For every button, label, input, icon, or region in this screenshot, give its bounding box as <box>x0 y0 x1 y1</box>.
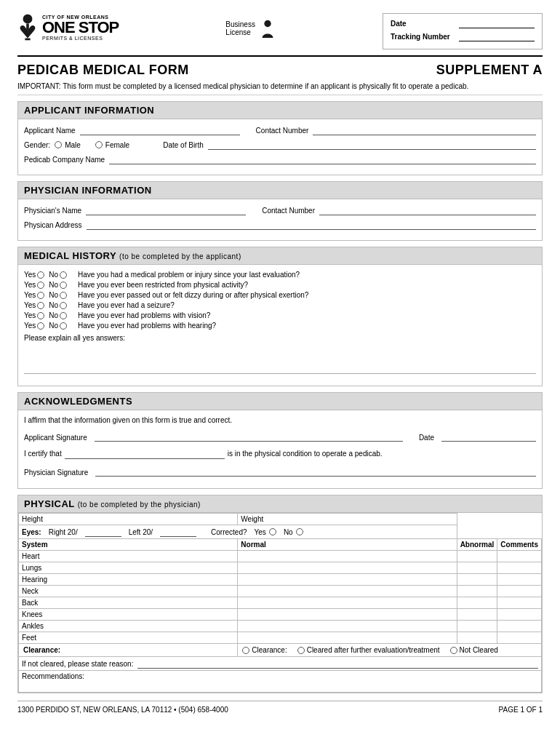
weight-label: Weight <box>241 515 263 523</box>
physical-section-body: Height Weight Eyes: Right 20/ Left 20/ C… <box>17 513 543 693</box>
header-right: Date Tracking Number <box>383 13 543 49</box>
physician-section-title: PHYSICIAN INFORMATION <box>24 185 152 196</box>
applicant-sig-field[interactable] <box>95 430 403 442</box>
yes-label-3: Yes <box>24 291 36 299</box>
mh-row-6: Yes No Have you ever had problems with h… <box>24 322 536 330</box>
no-radio-4[interactable] <box>60 302 67 309</box>
corrected-no-radio[interactable] <box>296 528 303 535</box>
height-label: Height <box>22 515 43 523</box>
explain-area[interactable] <box>24 345 536 374</box>
clearance-options-cell: Clearance: Cleared after further evaluat… <box>238 644 542 657</box>
right-eye-field[interactable] <box>85 527 121 537</box>
date-field[interactable] <box>459 18 535 28</box>
physician-contact-field[interactable] <box>319 205 536 215</box>
footer-page: PAGE 1 OF 1 <box>499 706 543 714</box>
not-cleared-reason-field[interactable] <box>137 658 538 669</box>
gender-label: Gender: <box>24 141 50 149</box>
header: CITY OF NEW ORLEANS ONE STOP PERMITS & L… <box>17 13 543 57</box>
yes-radio-2[interactable] <box>37 282 44 289</box>
physician-name-field[interactable] <box>86 205 246 215</box>
system-header-row: System Normal Abnormal Comments <box>19 539 542 551</box>
male-radio[interactable] <box>55 141 62 148</box>
comments-lungs[interactable] <box>497 562 542 574</box>
abnormal-neck[interactable] <box>457 586 497 597</box>
no-radio-6[interactable] <box>60 322 67 330</box>
yes-radio-4[interactable] <box>37 302 44 309</box>
comments-back[interactable] <box>497 597 542 609</box>
normal-hearing[interactable] <box>238 574 457 586</box>
physical-table: Height Weight Eyes: Right 20/ Left 20/ C… <box>18 513 542 693</box>
physician-address-row: Physican Address <box>24 220 536 230</box>
no-radio-2[interactable] <box>60 282 67 289</box>
physical-section-header: PHYSICAL (to be completed by the physici… <box>17 495 543 513</box>
abnormal-back[interactable] <box>457 597 497 609</box>
female-radio[interactable] <box>95 141 103 148</box>
normal-feet[interactable] <box>238 632 457 644</box>
no-radio-5[interactable] <box>60 312 67 319</box>
physician-sig-field[interactable] <box>95 465 536 477</box>
comments-neck[interactable] <box>497 586 542 597</box>
applicant-name-field[interactable] <box>80 125 240 135</box>
mh-row-1: Yes No Have you had a medical problem or… <box>24 271 536 279</box>
no-label-2: No <box>49 281 58 289</box>
normal-ankles[interactable] <box>238 621 457 632</box>
contact-number-field[interactable] <box>313 125 536 135</box>
tracking-field[interactable] <box>459 31 535 41</box>
permits-label: PERMITS & LICENSES <box>42 36 119 41</box>
corrected-yes-radio[interactable] <box>269 528 276 535</box>
eyes-cell: Eyes: Right 20/ Left 20/ Corrected? Yes … <box>19 525 457 539</box>
ack-section-body: I affirm that the information given on t… <box>17 410 543 489</box>
no-radio-3[interactable] <box>60 292 67 299</box>
certify-row: I certify that is in the physical condit… <box>24 447 536 459</box>
if-not-cleared-row: If not cleared, please state reason: <box>19 657 542 671</box>
clearance-option-2: Cleared after further evaluation/treatme… <box>297 646 440 654</box>
no-radio-1[interactable] <box>60 271 67 279</box>
normal-heart[interactable] <box>238 551 457 562</box>
date-field-ack[interactable] <box>441 430 536 442</box>
gender-row: Gender: Male Female Date of Birth <box>24 140 536 150</box>
dob-field[interactable] <box>208 140 536 150</box>
normal-knees[interactable] <box>238 609 457 621</box>
clearance-radio-1[interactable] <box>242 647 249 654</box>
yn-group-1: Yes No <box>24 271 75 279</box>
if-not-cleared-cell: If not cleared, please state reason: <box>19 657 542 671</box>
abnormal-feet[interactable] <box>457 632 497 644</box>
company-field[interactable] <box>109 154 536 164</box>
comments-ankles[interactable] <box>497 621 542 632</box>
brand-label: ONE STOP <box>42 20 119 36</box>
cleared-after-label: Cleared after further evaluation/treatme… <box>307 646 440 654</box>
abnormal-lungs[interactable] <box>457 562 497 574</box>
applicant-name-label: Applicant Name <box>24 127 76 135</box>
comments-heart[interactable] <box>497 551 542 562</box>
clearance-option-3: Not Cleared <box>450 646 498 654</box>
male-label: Male <box>65 141 81 149</box>
comments-feet[interactable] <box>497 632 542 644</box>
normal-back[interactable] <box>238 597 457 609</box>
abnormal-knees[interactable] <box>457 609 497 621</box>
clearance-row: Clearance: Clearance: Cleared after furt… <box>19 644 542 657</box>
mh-question-1: Have you had a medical problem or injury… <box>78 271 300 279</box>
normal-lungs[interactable] <box>238 562 457 574</box>
comments-knees[interactable] <box>497 609 542 621</box>
clearance-radio-3[interactable] <box>450 647 457 654</box>
normal-neck[interactable] <box>238 586 457 597</box>
yes-radio-6[interactable] <box>37 322 44 330</box>
abnormal-hearing[interactable] <box>457 574 497 586</box>
system-lungs: Lungs <box>19 562 238 574</box>
abnormal-ankles[interactable] <box>457 621 497 632</box>
no-label-5: No <box>49 311 58 319</box>
left-eye-field[interactable] <box>160 527 196 537</box>
yes-radio-5[interactable] <box>37 312 44 319</box>
abnormal-heart[interactable] <box>457 551 497 562</box>
applicant-sig-row: Applicant Signature Date <box>24 430 536 442</box>
physician-address-field[interactable] <box>87 220 537 230</box>
yes-radio-1[interactable] <box>37 271 44 279</box>
no-label-6: No <box>49 322 58 330</box>
corrected-yes-label: Yes <box>255 528 266 536</box>
yes-radio-3[interactable] <box>37 292 44 299</box>
comments-hearing[interactable] <box>497 574 542 586</box>
clearance-radio-2[interactable] <box>297 647 305 654</box>
certify-prefix: I certify that <box>24 450 62 458</box>
system-neck: Neck <box>19 586 238 597</box>
certify-name-field[interactable] <box>65 447 225 459</box>
